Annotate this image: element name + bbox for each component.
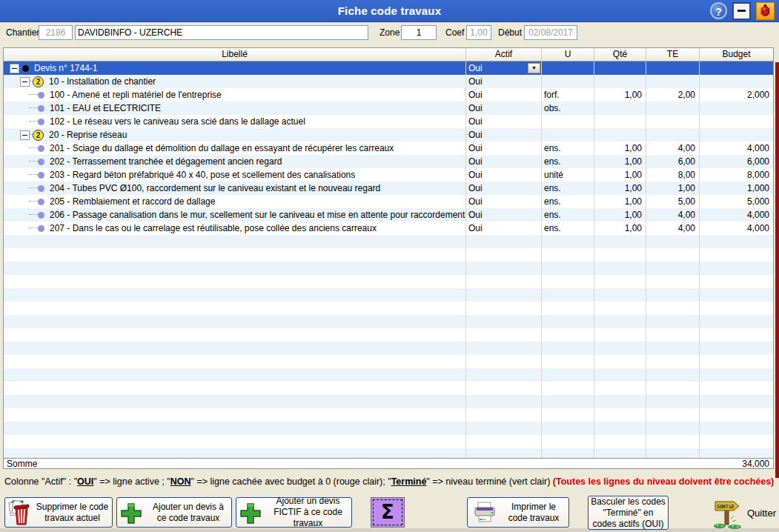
row-label: 102 - Le réseau vers le caniveau sera sc… [50, 115, 305, 128]
column-header-qte[interactable]: Qté [594, 48, 646, 61]
actif-value: Oui [468, 88, 483, 102]
tree-expander[interactable] [20, 77, 30, 87]
table-row[interactable]: 102 - Le réseau vers le caniveau sera sc… [4, 115, 773, 128]
actif-value: Oui [468, 142, 483, 155]
row-label: 206 - Passage canalisation dans le mur, … [50, 208, 466, 222]
row-label: 10 - Installation de chantier [49, 75, 156, 88]
qty-cell [594, 128, 646, 142]
actif-cell[interactable]: Oui [466, 155, 542, 168]
table-column-headers: LibelléActifUQtéTEBudget [4, 48, 773, 61]
row-label-cell: 102 - Le réseau vers le caniveau sera sc… [4, 115, 466, 128]
actif-cell[interactable]: Oui [466, 115, 542, 128]
somme-row: Somme 34,000 [4, 458, 773, 469]
actif-cell[interactable]: Oui [466, 168, 542, 182]
add-fictif-devis-button[interactable]: Ajouter un devis FICTIF à ce code travau… [236, 497, 352, 528]
toggle-termine-button[interactable]: Basculer les codes "Terminé" en codes ac… [588, 496, 669, 530]
bullet-icon [38, 172, 44, 179]
row-label-cell: 202 - Terrassement tranchée et dégagemen… [4, 155, 466, 168]
minimize-button[interactable] [732, 2, 751, 20]
zone-field[interactable] [401, 25, 437, 40]
actif-cell[interactable]: Oui [466, 142, 542, 155]
legend-segment: OUI [77, 476, 93, 487]
actif-cell[interactable]: Oui [466, 195, 542, 208]
table-row[interactable]: 201 - Sciage du dallage et démolition du… [4, 142, 773, 155]
legend-segment: " => niveau terminé (vert clair) [426, 476, 552, 487]
chantier-name-field[interactable] [75, 25, 368, 40]
table-row[interactable]: 220 - Reprise réseauOui [4, 128, 773, 142]
qty-cell [594, 115, 646, 128]
budget-cell [700, 61, 773, 75]
add-devis-button[interactable]: Ajouter un devis à ce code travaux [116, 497, 232, 528]
actif-value: Oui [468, 128, 483, 142]
help-button[interactable]: ? [710, 2, 727, 19]
question-icon: ? [715, 6, 722, 18]
actif-cell[interactable]: Oui [466, 88, 542, 102]
level-badge-icon: 2 [33, 76, 44, 87]
actif-value: Oui [468, 155, 483, 168]
row-label-cell: Devis n° 1744-1 [4, 61, 466, 75]
empty-table-row [4, 408, 773, 422]
coef-field [466, 25, 491, 40]
row-label: 202 - Terrassement tranchée et dégagemen… [50, 155, 282, 168]
qty-cell: 1,00 [594, 222, 646, 235]
print-code-label: Imprimer le code travaux [499, 502, 568, 524]
budget-cell: 5,000 [700, 195, 773, 208]
column-header-te[interactable]: TE [646, 48, 700, 61]
delete-code-button[interactable]: Supprimer le code travaux actuel [4, 497, 113, 528]
actif-cell[interactable]: Oui [466, 75, 542, 88]
table-row[interactable]: Devis n° 1744-1Oui▼ [4, 61, 773, 75]
bullet-icon [38, 145, 44, 152]
te-cell: 4,00 [646, 142, 700, 155]
tree-expander[interactable] [10, 64, 19, 73]
add-devis-label: Ajouter un devis à ce code travaux [145, 502, 231, 524]
table-row[interactable]: 101 - EAU et ELECTRICITEOuiobs. [4, 102, 773, 115]
column-header-actif[interactable]: Actif [466, 48, 542, 61]
actif-value: Oui [468, 61, 483, 75]
te-cell [646, 75, 700, 88]
unit-cell: obs. [542, 102, 594, 115]
column-header-budget[interactable]: Budget [700, 48, 773, 61]
close-button[interactable] [756, 2, 775, 20]
header-bar: Chantier Zone Coef Début [0, 22, 779, 47]
row-label: 207 - Dans le cas ou le carrelage est ré… [50, 222, 377, 235]
qty-cell: 1,00 [594, 155, 646, 168]
legend-segment: NON [170, 476, 191, 487]
printer-icon [471, 501, 499, 525]
actif-cell[interactable]: Oui [466, 208, 542, 222]
bullet-icon [38, 199, 44, 205]
actif-cell[interactable]: Oui [466, 128, 542, 142]
budget-cell: 4,000 [700, 208, 773, 222]
column-header-libelle[interactable]: Libellé [4, 48, 466, 61]
actif-cell[interactable]: Oui▼ [466, 61, 542, 75]
actif-cell[interactable]: Oui [466, 102, 542, 115]
quit-button[interactable]: SORTiE Quitter [713, 496, 777, 530]
print-code-button[interactable]: Imprimer le code travaux [467, 497, 569, 528]
table-row[interactable]: 207 - Dans le cas ou le carrelage est ré… [4, 222, 773, 235]
table-row[interactable]: 100 - Amené et repli matériel de l'entre… [4, 88, 773, 102]
qty-cell: 1,00 [594, 168, 646, 182]
table-row[interactable]: 202 - Terrassement tranchée et dégagemen… [4, 155, 773, 168]
plus-icon [238, 501, 265, 525]
te-cell: 4,00 [646, 208, 700, 222]
bullet-icon [38, 159, 44, 165]
actif-cell[interactable]: Oui [466, 222, 542, 235]
table-row[interactable]: 210 - Installation de chantierOui [4, 75, 773, 88]
qty-cell: 1,00 [594, 195, 646, 208]
right-edge-strip [775, 62, 779, 478]
tree-expander[interactable] [20, 130, 30, 140]
table-row[interactable]: 206 - Passage canalisation dans le mur, … [4, 208, 773, 222]
unit-cell: ens. [542, 222, 594, 235]
somme-label: Somme [4, 459, 37, 469]
actif-dropdown[interactable]: ▼ [528, 63, 540, 73]
zone-label: Zone [379, 27, 400, 38]
actif-value: Oui [468, 182, 483, 195]
actif-cell[interactable]: Oui [466, 182, 542, 195]
empty-table-row [4, 395, 773, 408]
row-label-cell: 207 - Dans le cas ou le carrelage est ré… [4, 222, 466, 235]
row-label-cell: 201 - Sciage du dallage et démolition du… [4, 142, 466, 155]
column-header-u[interactable]: U [542, 48, 594, 61]
table-row[interactable]: 203 - Regard béton préfabriqué 40 x 40, … [4, 168, 773, 182]
table-row[interactable]: 204 - Tubes PVC Ø100, raccordement sur l… [4, 182, 773, 195]
table-row[interactable]: 205 - Remblaiement et raccord de dallage… [4, 195, 773, 208]
sigma-sum-button[interactable]: Σ [371, 497, 405, 528]
